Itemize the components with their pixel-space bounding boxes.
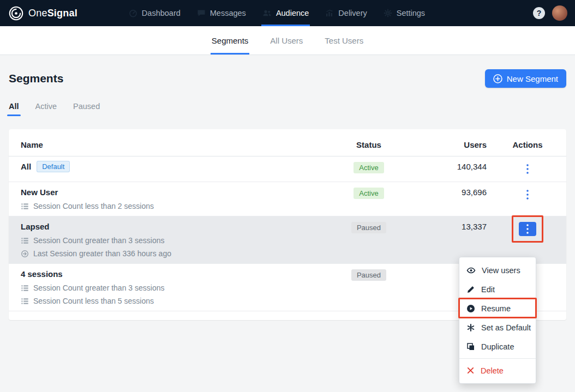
- audience-subnav: Segments All Users Test Users: [0, 26, 575, 55]
- main-nav: Dashboard Messages Audience Delivery Set…: [128, 0, 426, 26]
- default-badge: Default: [37, 161, 70, 172]
- brand-text: OneSignal: [28, 8, 77, 19]
- menu-item-label: Edit: [481, 285, 495, 294]
- filter-tab-active[interactable]: Active: [35, 102, 57, 116]
- menu-item-label: Duplicate: [481, 342, 514, 351]
- menu-divider: [459, 358, 536, 359]
- list-icon: [21, 237, 29, 245]
- help-icon[interactable]: ?: [533, 7, 545, 19]
- table-row: New User Session Count less than 2 sessi…: [9, 182, 566, 216]
- tab-all-users[interactable]: All Users: [270, 26, 303, 55]
- status-badge: Active: [354, 188, 384, 199]
- segment-name: Lapsed: [21, 222, 50, 231]
- list-icon: [21, 284, 29, 292]
- status-badge: Active: [354, 162, 384, 173]
- audience-icon: [262, 9, 272, 17]
- tab-test-users[interactable]: Test Users: [325, 26, 363, 55]
- tab-segments[interactable]: Segments: [212, 26, 249, 55]
- header-name: Name: [9, 140, 336, 149]
- new-segment-button[interactable]: New Segment: [485, 69, 566, 88]
- header-users: Users: [402, 140, 489, 149]
- table-header-row: Name Status Users Actions: [9, 136, 566, 156]
- menu-item-label: View users: [482, 266, 520, 275]
- segment-criterion: Session Count greater than 3 sessions: [21, 284, 336, 292]
- dashboard-icon: [129, 9, 137, 17]
- page-header: Segments New Segment: [0, 69, 575, 88]
- nav-item-dashboard[interactable]: Dashboard: [128, 0, 182, 26]
- play-circle-icon: [466, 304, 475, 313]
- criterion-text: Session Count less than 2 sessions: [33, 202, 154, 210]
- segment-name: All: [21, 162, 31, 171]
- criterion-text: Session Count greater than 3 sessions: [33, 284, 164, 292]
- header-actions: Actions: [489, 140, 566, 149]
- header-status: Status: [336, 140, 402, 149]
- list-icon: [21, 297, 29, 305]
- nav-item-audience[interactable]: Audience: [261, 0, 310, 26]
- nav-label: Dashboard: [142, 9, 181, 17]
- row-actions-menu: View users Edit Resume Set as Default Du…: [459, 257, 536, 384]
- nav-label: Delivery: [338, 9, 367, 17]
- row-actions-button[interactable]: [519, 188, 536, 202]
- segment-criterion: Last Session greater than 336 hours ago: [21, 249, 336, 258]
- segment-criterion: Session Count greater than 3 sessions: [21, 236, 336, 245]
- nav-item-messages[interactable]: Messages: [196, 0, 247, 26]
- criterion-text: Session Count greater than 3 sessions: [33, 236, 164, 245]
- filter-tab-all[interactable]: All: [9, 102, 19, 116]
- x-icon: [466, 366, 475, 375]
- menu-item-set-default[interactable]: Set as Default: [459, 318, 536, 337]
- navbar-right: ?: [533, 5, 567, 21]
- users-count: 140,344: [457, 162, 487, 171]
- nav-item-settings[interactable]: Settings: [382, 0, 426, 26]
- arrow-icon: [21, 250, 29, 258]
- criterion-text: Last Session greater than 336 hours ago: [33, 249, 171, 258]
- brand[interactable]: OneSignal: [9, 6, 77, 21]
- table-row: AllDefault Active 140,344: [9, 156, 566, 182]
- onesignal-logo-icon: [9, 6, 23, 21]
- messages-icon: [197, 9, 206, 17]
- settings-icon: [384, 9, 392, 17]
- nav-label: Settings: [397, 9, 425, 17]
- asterisk-icon: [466, 323, 475, 332]
- lapsed-actions-button[interactable]: [519, 222, 536, 236]
- criterion-text: Session Count less than 5 sessions: [33, 297, 154, 305]
- menu-item-duplicate[interactable]: Duplicate: [459, 337, 536, 356]
- segment-criterion: Session Count less than 2 sessions: [21, 202, 336, 210]
- duplicate-icon: [466, 342, 475, 351]
- users-count: 13,337: [462, 222, 487, 231]
- menu-item-view-users[interactable]: View users: [459, 261, 536, 280]
- menu-item-delete[interactable]: Delete: [459, 361, 536, 380]
- row-actions-button[interactable]: [519, 162, 536, 176]
- list-icon: [21, 202, 29, 210]
- status-badge: Paused: [351, 222, 386, 233]
- menu-item-label: Resume: [481, 304, 511, 313]
- segment-name: 4 sessions: [21, 269, 63, 279]
- status-badge: Paused: [351, 269, 386, 281]
- nav-item-delivery[interactable]: Delivery: [324, 0, 368, 26]
- top-navbar: OneSignal Dashboard Messages Audience De…: [0, 0, 575, 26]
- menu-item-edit[interactable]: Edit: [459, 280, 536, 299]
- filter-tab-paused[interactable]: Paused: [73, 102, 100, 116]
- nav-label: Messages: [210, 9, 246, 17]
- menu-item-resume[interactable]: Resume: [459, 299, 536, 318]
- users-count: 93,696: [462, 188, 487, 197]
- pencil-icon: [466, 285, 475, 294]
- eye-icon: [466, 266, 476, 275]
- menu-item-label: Set as Default: [481, 323, 531, 332]
- nav-label: Audience: [276, 9, 309, 17]
- segment-name: New User: [21, 188, 58, 197]
- new-segment-label: New Segment: [507, 74, 558, 83]
- segment-criterion: Session Count less than 5 sessions: [21, 297, 336, 305]
- menu-item-label: Delete: [481, 366, 504, 375]
- plus-circle-icon: [493, 74, 502, 83]
- page-title: Segments: [9, 72, 63, 85]
- delivery-icon: [325, 9, 334, 17]
- segment-filter-tabs: All Active Paused: [0, 102, 575, 116]
- avatar[interactable]: [552, 5, 567, 21]
